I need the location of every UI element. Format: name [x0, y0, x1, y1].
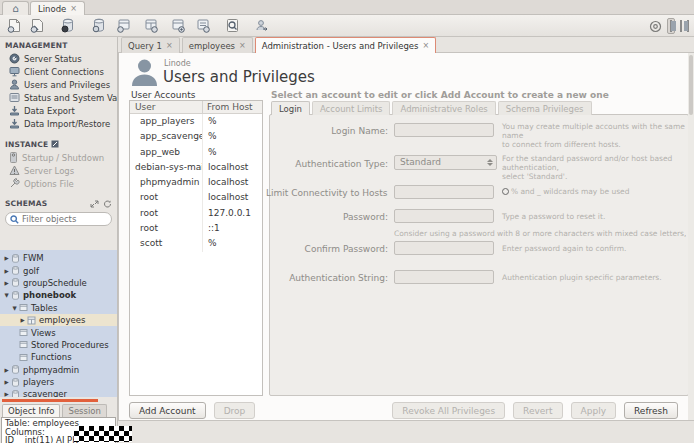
folder-icon	[19, 340, 28, 349]
schema-icon	[11, 278, 20, 287]
home-tab[interactable]: ⌂	[2, 1, 29, 15]
table-row[interactable]: root::1	[130, 221, 262, 236]
sidebar-item-data-import[interactable]: Data Import/Restore	[0, 117, 117, 130]
export-icon	[9, 105, 20, 116]
toggle-secondary-sidebar-icon[interactable]	[687, 21, 689, 31]
open-sql-script-icon[interactable]	[28, 17, 47, 34]
sidebar-item-server-logs[interactable]: Server Logs	[0, 164, 117, 177]
toggle-sidebar-icon[interactable]	[667, 18, 675, 34]
collapse-all-icon[interactable]	[90, 200, 99, 208]
create-schema-icon[interactable]	[114, 17, 133, 34]
sidebar-item-startup-shutdown[interactable]: Startup / Shutdown	[0, 151, 117, 164]
toggle-output-icon[interactable]	[680, 21, 682, 31]
auth-string-input[interactable]	[394, 270, 494, 284]
sidebar-item-server-status[interactable]: Server Status	[0, 52, 117, 65]
auth-type-select[interactable]: Standard	[394, 155, 497, 170]
sidebar-item-client-connections[interactable]: Client Connections	[0, 65, 117, 78]
sidebar-item-data-export[interactable]: Data Export	[0, 104, 117, 117]
schema-tree: ▶FWM ▶golf ▶groupSchedule ▼phonebook ▼Ta…	[0, 250, 117, 397]
close-icon[interactable]: ×	[70, 4, 77, 13]
table-row[interactable]: app_scavenger%	[130, 129, 262, 144]
tab-object-info[interactable]: Object Info	[2, 404, 60, 417]
confirm-password-label: Confirm Password:	[270, 244, 388, 254]
dashboard-icon[interactable]	[649, 20, 662, 33]
create-table-icon[interactable]	[141, 17, 160, 34]
add-account-button[interactable]: Add Account	[129, 402, 206, 419]
tree-item-schema[interactable]: ▶scavenger	[0, 388, 117, 397]
table-row[interactable]: root127.0.0.1	[130, 206, 262, 221]
tab-schema-privileges[interactable]: Schema Privileges	[498, 101, 592, 115]
tab-administration-users-privileges[interactable]: Administration - Users and Privileges×	[255, 37, 436, 53]
table-row[interactable]: scott%	[130, 236, 262, 251]
new-query-tab-icon[interactable]	[5, 17, 24, 34]
schema-icon	[11, 378, 20, 387]
table-row[interactable]: debian-sys-maintlocalhost	[130, 160, 262, 175]
user-silhouette-icon	[129, 57, 160, 88]
tree-item-schema[interactable]: ▶FWM	[0, 252, 117, 264]
monitor-icon	[9, 66, 20, 77]
table-row[interactable]: app_web%	[130, 145, 262, 160]
tree-item-schema[interactable]: ▶golf	[0, 264, 117, 276]
password-hint: Type a password to reset it.	[502, 212, 605, 221]
auth-string-label: Authentication String:	[270, 273, 388, 283]
account-prompt: Select an account to edit or click Add A…	[271, 90, 609, 100]
confirm-password-input[interactable]	[394, 241, 494, 255]
window-tab-bar: ⌂ Linode ×	[0, 0, 694, 15]
tree-item-views-folder[interactable]: Views	[0, 326, 117, 338]
connection-tab[interactable]: Linode ×	[30, 1, 85, 15]
revert-button[interactable]: Revert	[513, 402, 562, 419]
wrench-icon	[9, 178, 20, 189]
management-section-header: MANAGEMENT	[0, 37, 117, 52]
tree-item-schema[interactable]: ▶phpmyadmin	[0, 364, 117, 376]
tree-item-schema-phonebook[interactable]: ▼phonebook	[0, 289, 117, 301]
search-data-icon[interactable]	[223, 17, 242, 34]
tab-administrative-roles[interactable]: Administrative Roles	[392, 101, 495, 115]
db-connect-icon[interactable]	[89, 17, 108, 34]
create-view-icon[interactable]	[168, 17, 187, 34]
import-icon	[9, 118, 20, 129]
tree-item-tables-folder[interactable]: ▼Tables	[0, 302, 117, 314]
tab-query-1[interactable]: Query 1×	[121, 37, 180, 53]
column-header-user[interactable]: User	[130, 101, 202, 113]
refresh-button[interactable]: Refresh	[624, 402, 678, 419]
sidebar-item-status-variables[interactable]: Status and System Variables	[0, 91, 117, 104]
tree-item-stored-procedures-folder[interactable]: Stored Procedures	[0, 339, 117, 351]
limit-hosts-input[interactable]	[394, 185, 494, 199]
table-row[interactable]: app_players%	[130, 114, 262, 129]
db-status-icon[interactable]	[58, 17, 77, 34]
tab-account-limits[interactable]: Account Limits	[312, 101, 391, 115]
close-icon[interactable]: ×	[423, 41, 430, 50]
close-icon[interactable]: ×	[166, 41, 173, 50]
user-accounts-table: User From Host app_players% app_scavenge…	[129, 100, 263, 396]
admin-users-panel: Linode Users and Privileges User Account…	[118, 52, 694, 421]
tab-login[interactable]: Login	[271, 101, 310, 115]
refresh-schemas-icon[interactable]	[103, 200, 112, 208]
close-icon[interactable]: ×	[239, 41, 246, 50]
page-title: Users and Privileges	[163, 68, 315, 86]
warning-icon	[9, 165, 20, 176]
revoke-all-privileges-button[interactable]: Revoke All Privileges	[392, 402, 505, 419]
vertical-scrollbar[interactable]	[688, 53, 694, 420]
tree-item-table-employees[interactable]: ▶employees	[0, 314, 117, 326]
tree-item-schema[interactable]: ▶groupSchedule	[0, 277, 117, 289]
login-name-input[interactable]	[394, 123, 494, 137]
tree-item-functions-folder[interactable]: Functions	[0, 351, 117, 363]
sidebar-item-users-privileges[interactable]: Users and Privileges	[0, 78, 117, 91]
table-row[interactable]: phpmyadminlocalhost	[130, 175, 262, 190]
sidebar-item-options-file[interactable]: Options File	[0, 177, 117, 190]
schema-filter-input[interactable]	[22, 214, 104, 224]
table-row[interactable]: rootlocalhost	[130, 190, 262, 205]
apply-button[interactable]: Apply	[571, 402, 616, 419]
tab-session[interactable]: Session	[62, 404, 106, 417]
create-procedure-icon[interactable]	[193, 17, 212, 34]
tree-item-schema[interactable]: ▶players	[0, 376, 117, 388]
user-config-icon[interactable]	[252, 17, 271, 34]
login-name-hint: You may create multiple accounts with th…	[502, 122, 688, 149]
column-header-from-host[interactable]: From Host	[202, 101, 262, 113]
drop-button[interactable]: Drop	[214, 402, 256, 419]
login-name-label: Login Name:	[270, 126, 388, 136]
schema-filter-box	[5, 212, 112, 226]
schema-icon	[11, 254, 20, 263]
password-input[interactable]	[394, 209, 494, 223]
tab-employees[interactable]: employees×	[182, 37, 253, 53]
